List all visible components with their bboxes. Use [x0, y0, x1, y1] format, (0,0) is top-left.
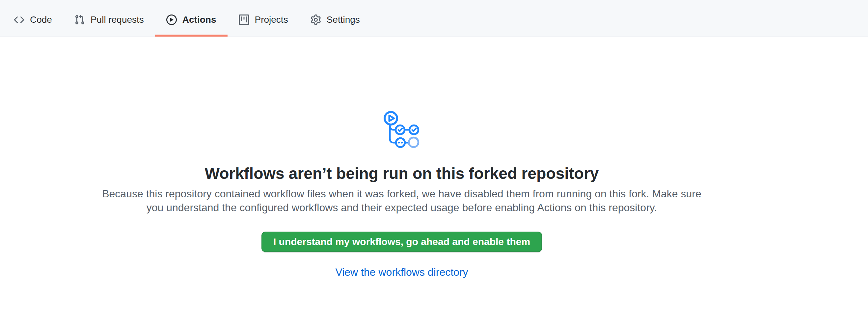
project-icon: [239, 14, 249, 25]
tab-label: Code: [30, 15, 52, 24]
view-workflows-directory-link[interactable]: View the workflows directory: [335, 265, 468, 279]
play-icon: [166, 14, 177, 25]
tab-code[interactable]: Code: [3, 5, 63, 37]
tab-label: Actions: [182, 15, 216, 24]
tab-settings[interactable]: Settings: [299, 5, 371, 37]
tab-actions[interactable]: Actions: [155, 5, 227, 37]
repo-tab-bar: Code Pull requests Actions Projects Sett…: [0, 0, 868, 37]
tab-label: Projects: [255, 15, 288, 24]
git-pull-request-icon: [74, 14, 85, 25]
blank-slate-description: Because this repository contained workfl…: [94, 187, 710, 215]
gear-icon: [311, 14, 321, 25]
tab-label: Settings: [327, 15, 360, 24]
tab-label: Pull requests: [91, 15, 144, 24]
actions-blank-slate: Workflows aren’t being run on this forke…: [0, 37, 868, 279]
tab-projects[interactable]: Projects: [227, 5, 299, 37]
workflow-graph-icon: [383, 111, 420, 148]
code-icon: [14, 14, 24, 25]
tab-pull-requests[interactable]: Pull requests: [63, 5, 155, 37]
enable-workflows-button[interactable]: I understand my workflows, go ahead and …: [261, 231, 542, 252]
blank-slate-title: Workflows aren’t being run on this forke…: [205, 164, 599, 184]
